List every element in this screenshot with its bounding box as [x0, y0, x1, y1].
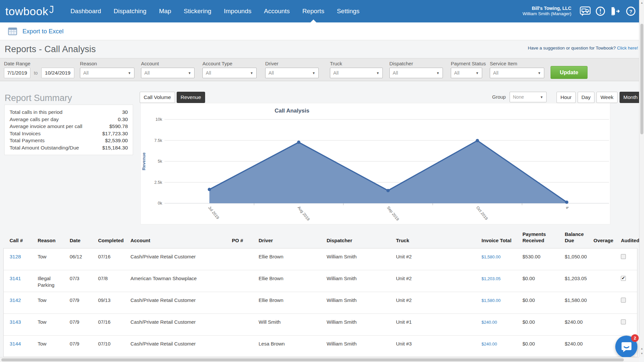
call-number-link[interactable]: 3128 [10, 254, 21, 259]
app-logo[interactable]: towbook [5, 5, 54, 18]
export-to-excel-link[interactable]: Export to Excel [22, 28, 63, 35]
scroll-up-arrow-bottom[interactable]: ▲ [639, 346, 644, 351]
nav-item-settings[interactable]: Settings [331, 0, 366, 22]
chat-unread-badge: 2 [631, 334, 639, 342]
chevron-down-icon: ▼ [312, 71, 315, 75]
filter-value-truck: All [333, 70, 339, 76]
calls-table-header: Call #ReasonDateCompletedAccountPO #Driv… [3, 231, 637, 247]
nav-item-dispatching[interactable]: Dispatching [107, 0, 153, 22]
cell-po-number [232, 297, 259, 313]
tab-call-volume[interactable]: Call Volume [140, 92, 175, 103]
invoice-total-link[interactable]: $240.00 [482, 320, 497, 325]
chevron-down-icon: ▼ [250, 71, 253, 75]
filter-select-account-type[interactable]: All▼ [202, 68, 257, 78]
cell-payments-received: $0.00 [522, 341, 565, 357]
nav-item-impounds[interactable]: Impounds [218, 0, 258, 22]
column-header-driver[interactable]: Driver [259, 237, 327, 244]
chat-launcher-button[interactable]: 2 [615, 336, 637, 358]
column-header-date[interactable]: Date [70, 237, 98, 244]
summary-value: $15,184.30 [102, 144, 128, 151]
tab-revenue[interactable]: Revenue [177, 92, 205, 103]
column-header-truck[interactable]: Truck [396, 237, 482, 244]
svg-text:Jul 2019: Jul 2019 [207, 205, 220, 220]
alert-circle-icon[interactable] [594, 5, 606, 17]
company-name: Bill's Towing, LLC [522, 6, 571, 12]
filter-value-payment-status: All [454, 70, 459, 76]
cell-truck: Unit #3 [396, 341, 482, 357]
column-header-invoice-total[interactable]: Invoice Total [482, 237, 522, 244]
period-button-week[interactable]: Week [596, 92, 617, 103]
column-header-audited[interactable]: Audited [621, 237, 637, 244]
scroll-up-arrow[interactable]: ▲ [639, 1, 644, 5]
top-navbar: towbook DashboardDispatchingMapStickerin… [0, 0, 644, 22]
filter-value-dispatcher: All [393, 70, 398, 76]
cell-payments-received: $0.00 [522, 319, 565, 335]
update-button[interactable]: Update [551, 66, 588, 79]
truck-message-icon[interactable] [579, 5, 591, 17]
column-header-call[interactable]: Call # [10, 237, 38, 244]
filter-select-truck[interactable]: All▼ [330, 68, 383, 78]
date-to-input[interactable] [41, 68, 74, 78]
period-button-hour[interactable]: Hour [556, 92, 576, 103]
invoice-total-link[interactable]: $1,580.00 [482, 254, 501, 259]
nav-item-accounts[interactable]: Accounts [258, 0, 296, 22]
filter-select-service-item[interactable]: All▼ [490, 68, 544, 78]
invoice-total-link[interactable]: $240.00 [482, 342, 497, 346]
logout-icon[interactable] [610, 5, 622, 17]
call-number-link[interactable]: 3144 [10, 341, 21, 346]
summary-label: Total calls in this period [10, 109, 62, 116]
summary-row: Average calls per day0.30 [10, 116, 128, 123]
suggestion-link[interactable]: Click here! [617, 46, 638, 50]
group-select[interactable]: None ▼ [510, 92, 547, 102]
nav-item-dashboard[interactable]: Dashboard [64, 0, 107, 22]
column-header-overage[interactable]: Overage [593, 237, 621, 244]
column-header-account[interactable]: Account [130, 237, 232, 244]
filter-select-dispatcher[interactable]: All▼ [389, 68, 443, 78]
audited-checkbox[interactable] [621, 319, 626, 324]
nav-item-reports[interactable]: Reports [296, 0, 331, 22]
summary-label: Total Payments [10, 137, 45, 144]
filter-select-driver[interactable]: All▼ [265, 68, 319, 78]
call-number-link[interactable]: 3142 [10, 297, 21, 303]
audited-checkbox[interactable] [621, 298, 626, 303]
column-header-po[interactable]: PO # [232, 237, 259, 244]
cell-reason: Tow [38, 253, 70, 270]
navbar-right: Bill's Towing, LLC William Smith (Manage… [522, 0, 637, 22]
cell-call-number: 3143 [10, 319, 38, 335]
cell-dispatcher: William Smith [327, 297, 396, 313]
audited-checkbox[interactable] [621, 276, 626, 281]
summary-label: Average invoice amount per call [10, 123, 82, 130]
invoice-total-link[interactable]: $1,203.05 [482, 276, 501, 281]
account-info[interactable]: Bill's Towing, LLC William Smith (Manage… [522, 6, 571, 17]
nav-item-map[interactable]: Map [153, 0, 177, 22]
vertical-scrollbar[interactable]: ▲ ▲ ▼ [639, 0, 644, 357]
cell-date: 07/3 [70, 275, 98, 292]
period-button-month[interactable]: Month [620, 92, 642, 103]
call-number-link[interactable]: 3141 [10, 276, 21, 281]
horizontal-scrollbar-thumb[interactable] [1, 358, 624, 361]
nav-item-stickering[interactable]: Stickering [177, 0, 217, 22]
filter-select-payment-status[interactable]: All▼ [451, 68, 482, 78]
help-icon[interactable]: ? [625, 5, 637, 17]
vertical-scrollbar-thumb[interactable] [640, 24, 643, 134]
cell-truck: Unit #2 [396, 253, 482, 270]
date-from-input[interactable] [4, 68, 30, 78]
audited-checkbox[interactable] [621, 254, 626, 259]
column-header-dispatcher[interactable]: Dispatcher [327, 237, 396, 244]
cell-overage [593, 253, 621, 270]
cell-po-number [232, 341, 259, 357]
column-header-reason[interactable]: Reason [38, 237, 70, 244]
column-header-balance-due[interactable]: Balance Due [565, 231, 593, 244]
scroll-down-arrow[interactable]: ▼ [639, 351, 644, 356]
date-range-label: Date Range [4, 61, 30, 66]
call-number-link[interactable]: 3143 [10, 319, 21, 325]
invoice-total-link[interactable]: $1,580.00 [482, 298, 501, 303]
filter-select-reason[interactable]: All▼ [80, 68, 134, 78]
chevron-down-icon: ▼ [476, 71, 479, 75]
column-header-payments-received[interactable]: Payments Received [522, 231, 565, 244]
horizontal-scrollbar[interactable] [0, 357, 639, 362]
column-header-completed[interactable]: Completed [98, 237, 130, 244]
filter-select-account[interactable]: All▼ [141, 68, 195, 78]
cell-driver: Ellie Brown [259, 253, 327, 270]
period-button-day[interactable]: Day [578, 92, 595, 103]
